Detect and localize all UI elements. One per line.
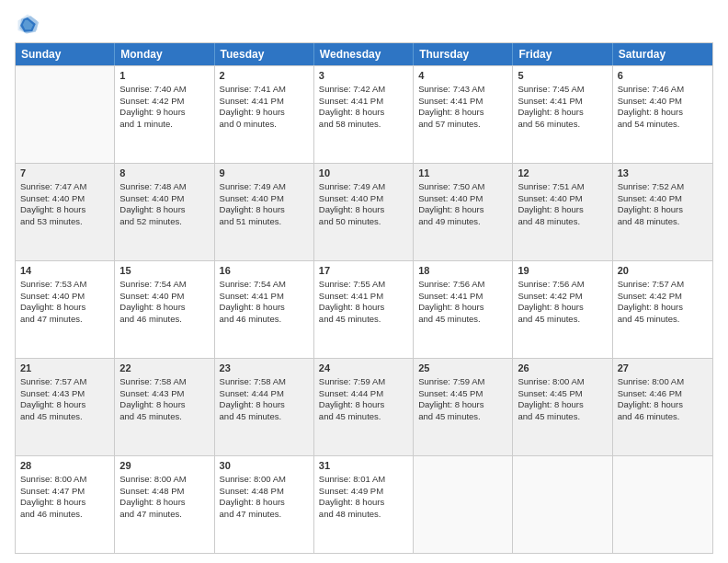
cell-info-line: Sunset: 4:45 PM [418, 388, 507, 400]
calendar-cell-2-1: 15Sunrise: 7:54 AMSunset: 4:40 PMDayligh… [115, 261, 214, 358]
cell-info-line: Sunset: 4:41 PM [220, 96, 309, 108]
cell-info-line: Daylight: 8 hours [319, 302, 408, 314]
calendar-cell-0-1: 1Sunrise: 7:40 AMSunset: 4:42 PMDaylight… [115, 66, 214, 163]
cell-info-line: Daylight: 8 hours [418, 302, 507, 314]
calendar-cell-2-3: 17Sunrise: 7:55 AMSunset: 4:41 PMDayligh… [314, 261, 414, 358]
calendar-cell-4-4 [414, 456, 513, 553]
cell-info-line: Sunset: 4:47 PM [20, 486, 109, 498]
day-number: 3 [319, 69, 408, 83]
cell-info-line: and 46 minutes. [618, 411, 708, 423]
header-day-tuesday: Tuesday [215, 43, 314, 65]
cell-info-line: Daylight: 8 hours [20, 204, 109, 216]
day-number: 12 [518, 167, 607, 180]
cell-info-line: and 45 minutes. [220, 411, 309, 423]
cell-info-line: Sunset: 4:40 PM [20, 291, 109, 303]
calendar-cell-2-6: 20Sunrise: 7:57 AMSunset: 4:42 PMDayligh… [613, 261, 712, 358]
cell-info-line: Sunset: 4:43 PM [119, 388, 209, 400]
cell-info-line: Daylight: 9 hours [220, 107, 309, 119]
cell-info-line: and 45 minutes. [319, 314, 408, 326]
cell-info-line: Sunset: 4:41 PM [220, 291, 309, 303]
cell-info-line: and 47 minutes. [119, 509, 209, 521]
calendar-row-0: 1Sunrise: 7:40 AMSunset: 4:42 PMDaylight… [16, 65, 712, 163]
cell-info-line: and 46 minutes. [20, 509, 109, 521]
cell-info-line: Sunset: 4:42 PM [518, 291, 607, 303]
cell-info-line: and 47 minutes. [20, 314, 109, 326]
day-number: 29 [119, 459, 209, 473]
cell-info-line: Sunrise: 7:49 AM [319, 181, 408, 193]
calendar-cell-3-6: 27Sunrise: 8:00 AMSunset: 4:46 PMDayligh… [613, 359, 712, 455]
calendar-cell-4-6 [613, 456, 712, 553]
cell-info-line: Sunset: 4:40 PM [618, 96, 708, 108]
cell-info-line: and 54 minutes. [618, 119, 708, 131]
day-number: 10 [319, 167, 408, 180]
logo [15, 11, 44, 37]
cell-info-line: Daylight: 8 hours [119, 302, 209, 314]
cell-info-line: Sunset: 4:40 PM [119, 291, 209, 303]
cell-info-line: Sunset: 4:40 PM [618, 193, 708, 205]
calendar-cell-1-0: 7Sunrise: 7:47 AMSunset: 4:40 PMDaylight… [16, 164, 115, 260]
day-number: 28 [20, 459, 109, 473]
calendar-cell-4-5 [513, 456, 612, 553]
cell-info-line: Sunrise: 7:59 AM [319, 376, 408, 388]
day-number: 17 [319, 264, 408, 278]
header-day-wednesday: Wednesday [314, 43, 414, 65]
cell-info-line: Sunrise: 7:57 AM [618, 279, 708, 291]
cell-info-line: Sunrise: 8:00 AM [518, 376, 607, 388]
cell-info-line: Sunset: 4:41 PM [418, 96, 507, 108]
cell-info-line: Sunset: 4:41 PM [319, 96, 408, 108]
cell-info-line: Sunrise: 7:47 AM [20, 181, 109, 193]
cell-info-line: and 48 minutes. [518, 216, 607, 228]
cell-info-line: Daylight: 8 hours [319, 107, 408, 119]
cell-info-line: and 45 minutes. [20, 411, 109, 423]
cell-info-line: Sunset: 4:40 PM [319, 193, 408, 205]
cell-info-line: Sunrise: 7:57 AM [20, 376, 109, 388]
day-number: 19 [518, 264, 607, 278]
day-number: 4 [418, 69, 507, 83]
calendar-cell-0-6: 6Sunrise: 7:46 AMSunset: 4:40 PMDaylight… [613, 66, 712, 163]
calendar: SundayMondayTuesdayWednesdayThursdayFrid… [15, 42, 713, 554]
calendar-cell-3-2: 23Sunrise: 7:58 AMSunset: 4:44 PMDayligh… [215, 359, 314, 455]
cell-info-line: Sunset: 4:46 PM [618, 388, 708, 400]
cell-info-line: Daylight: 8 hours [20, 399, 109, 411]
cell-info-line: and 58 minutes. [319, 119, 408, 131]
calendar-cell-4-1: 29Sunrise: 8:00 AMSunset: 4:48 PMDayligh… [115, 456, 214, 553]
day-number: 23 [220, 362, 309, 375]
cell-info-line: Sunset: 4:40 PM [418, 193, 507, 205]
page-header [15, 11, 713, 37]
cell-info-line: Sunrise: 7:41 AM [220, 84, 309, 96]
cell-info-line: and 53 minutes. [20, 216, 109, 228]
cell-info-line: Sunrise: 7:54 AM [220, 279, 309, 291]
day-number: 21 [20, 362, 109, 375]
day-number: 24 [319, 362, 408, 375]
calendar-cell-1-2: 9Sunrise: 7:49 AMSunset: 4:40 PMDaylight… [215, 164, 314, 260]
calendar-cell-2-0: 14Sunrise: 7:53 AMSunset: 4:40 PMDayligh… [16, 261, 115, 358]
cell-info-line: and 48 minutes. [618, 216, 708, 228]
cell-info-line: Sunrise: 8:00 AM [618, 376, 708, 388]
day-number: 6 [618, 69, 708, 83]
calendar-cell-1-3: 10Sunrise: 7:49 AMSunset: 4:40 PMDayligh… [314, 164, 414, 260]
logo-icon [15, 11, 40, 37]
cell-info-line: Sunrise: 7:53 AM [20, 279, 109, 291]
cell-info-line: Daylight: 8 hours [220, 497, 309, 509]
calendar-row-1: 7Sunrise: 7:47 AMSunset: 4:40 PMDaylight… [16, 163, 712, 260]
cell-info-line: Sunset: 4:42 PM [618, 291, 708, 303]
cell-info-line: Sunrise: 7:56 AM [418, 279, 507, 291]
cell-info-line: and 50 minutes. [319, 216, 408, 228]
calendar-header: SundayMondayTuesdayWednesdayThursdayFrid… [16, 43, 712, 65]
calendar-cell-4-3: 31Sunrise: 8:01 AMSunset: 4:49 PMDayligh… [314, 456, 414, 553]
cell-info-line: and 45 minutes. [119, 411, 209, 423]
cell-info-line: Daylight: 8 hours [618, 204, 708, 216]
cell-info-line: Sunrise: 8:00 AM [20, 474, 109, 486]
day-number: 15 [119, 264, 209, 278]
cell-info-line: Sunset: 4:40 PM [220, 193, 309, 205]
cell-info-line: Sunrise: 7:58 AM [220, 376, 309, 388]
cell-info-line: Sunrise: 7:58 AM [119, 376, 209, 388]
day-number: 13 [618, 167, 708, 180]
cell-info-line: Sunset: 4:41 PM [418, 291, 507, 303]
cell-info-line: Sunrise: 8:00 AM [220, 474, 309, 486]
cell-info-line: Daylight: 8 hours [518, 107, 607, 119]
cell-info-line: Sunset: 4:44 PM [220, 388, 309, 400]
day-number: 2 [220, 69, 309, 83]
cell-info-line: Daylight: 8 hours [518, 399, 607, 411]
cell-info-line: Sunrise: 7:51 AM [518, 181, 607, 193]
